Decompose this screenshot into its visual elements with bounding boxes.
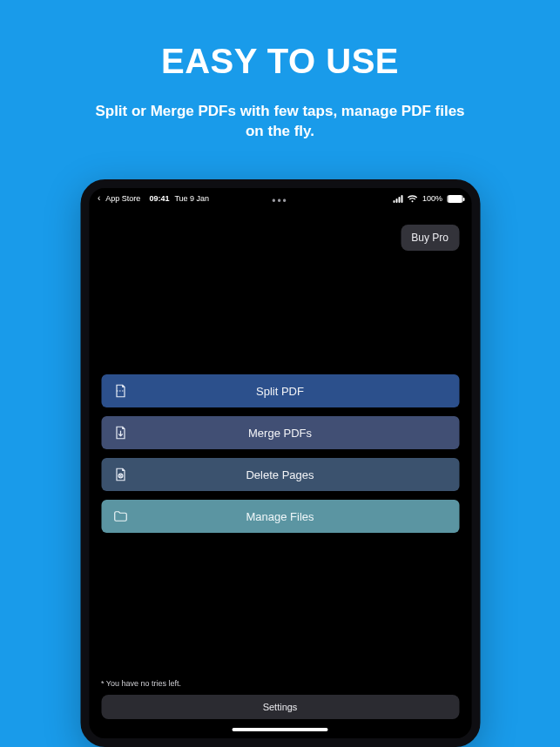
status-date: Tue 9 Jan [174,194,209,203]
merge-pdfs-button[interactable]: Merge PDFs [101,416,459,449]
action-list: Split PDF Merge PDFs [89,374,471,533]
battery-percent: 100% [422,194,442,203]
status-bar: ‹ App Store 09:41 Tue 9 Jan ••• 100% [89,188,471,204]
chevron-left-icon[interactable]: ‹ [98,194,100,203]
manage-files-button[interactable]: Manage Files [101,500,459,533]
status-right: 100% [394,194,462,203]
split-pdf-button[interactable]: Split PDF [101,374,459,407]
cellular-signal-icon [394,195,403,203]
tries-remaining-note: * You have no tries left. [101,679,459,688]
app-header: Buy Pro [89,204,471,251]
buy-pro-button[interactable]: Buy Pro [401,225,459,251]
split-pdf-icon [110,383,131,399]
delete-pages-button[interactable]: Delete Pages [101,458,459,491]
delete-pages-label: Delete Pages [101,468,459,481]
folder-icon [110,508,131,524]
status-time: 09:41 [149,194,169,203]
merge-pdfs-label: Merge PDFs [101,427,459,440]
status-left: ‹ App Store 09:41 Tue 9 Jan [98,194,209,203]
settings-button[interactable]: Settings [101,695,459,719]
manage-files-label: Manage Files [101,510,459,523]
promo-title: EASY TO USE [0,42,560,81]
app-screen: ‹ App Store 09:41 Tue 9 Jan ••• 100% [89,188,471,738]
footer: * You have no tries left. Settings [89,679,471,731]
back-to-appstore[interactable]: App Store [105,194,140,203]
wifi-icon [408,195,418,203]
merge-pdfs-icon [110,425,131,441]
split-pdf-label: Split PDF [101,385,459,398]
multitask-ellipsis-icon[interactable]: ••• [272,195,288,207]
promo-subtitle: Split or Merge PDFs with few taps, manag… [93,102,468,142]
tablet-frame: ‹ App Store 09:41 Tue 9 Jan ••• 100% [80,179,480,747]
home-indicator[interactable] [233,728,328,731]
battery-icon [447,195,462,203]
delete-pages-icon [110,467,131,482]
